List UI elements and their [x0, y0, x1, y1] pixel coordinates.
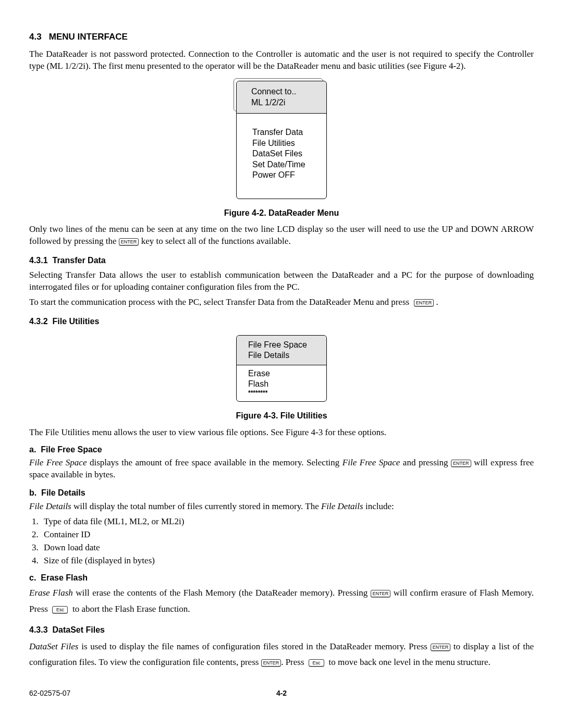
menu-item: Set Date/Time [252, 159, 317, 170]
esc-key-icon: Esc [309, 659, 324, 667]
sub-label: c. [29, 573, 36, 582]
text: . Press [281, 657, 307, 667]
esc-key-icon: Esc [52, 606, 68, 613]
menu2-header-line2: File Details [248, 350, 319, 361]
figure-4-2: Connect to.. ML 1/2/2i Transfer Data Fil… [29, 81, 534, 199]
subsection-title: DataSet Files [52, 625, 104, 634]
enter-key-icon: ENTER [261, 659, 282, 667]
figure-4-3: File Free Space File Details Erase Flash… [29, 335, 534, 402]
footer-right [532, 688, 534, 698]
text-italic: File Free Space [29, 458, 87, 467]
subsection-4-3-3: 4.3.3 DataSet Files [29, 624, 534, 636]
text: key to select all of the functions avail… [139, 236, 290, 246]
menu-item: File Utilities [252, 138, 317, 149]
sub-label: a. [29, 445, 36, 454]
subsection-4-3-1: 4.3.1 Transfer Data [29, 255, 534, 266]
menu2-header: File Free Space File Details [237, 336, 326, 365]
subsection-title: File Utilities [52, 317, 99, 326]
sub-a-para: File Free Space displays the amount of f… [29, 457, 534, 481]
sub-c-para: Erase Flash will erase the contents of t… [29, 585, 534, 617]
enter-key-icon: ENTER [451, 460, 471, 467]
para-menu-scroll: Only two lines of the menu can be seen a… [29, 224, 534, 248]
section-4-3-intro: The DataReader is not password protected… [29, 48, 534, 72]
menu-header-line1: Connect to.. [251, 87, 316, 97]
subsection-num: 4.3.3 [29, 625, 48, 634]
sec431-p2: To start the communication process with … [29, 297, 534, 309]
sec431-p1: Selecting Transfer Data allows the user … [29, 269, 534, 293]
enter-key-icon: ENTER [119, 238, 139, 245]
menu-item: Transfer Data [252, 127, 317, 138]
text: is used to display the file names of con… [78, 641, 430, 651]
text: . [434, 297, 438, 307]
para-after-fig43: The File Utilities menu allows the user … [29, 427, 534, 439]
footer-docnum: 62-02575-07 [29, 688, 70, 698]
menu2-header-line1: File Free Space [248, 340, 319, 350]
text: will display the total number of files c… [71, 501, 321, 511]
page-footer: 62-02575-07 4-2 [29, 688, 534, 698]
menu2-body: Erase Flash ******** [237, 365, 326, 401]
menu-item: Power OFF [252, 170, 317, 180]
footer-pagenum: 4-2 [276, 688, 287, 698]
subsection-num: 4.3.2 [29, 317, 48, 326]
menu2-line: Flash [248, 379, 319, 389]
text: displays the amount of free space availa… [87, 458, 342, 467]
menu-header-line2: ML 1/2/2i [251, 97, 316, 108]
list-item: Size of file (displayed in bytes) [41, 555, 534, 567]
enter-key-icon: ENTER [431, 644, 451, 651]
section-num: 4.3 [29, 32, 42, 42]
sub-b-para: File Details will display the total numb… [29, 501, 534, 513]
subheading-c: c. Erase Flash [29, 572, 534, 584]
text-italic: File Free Space [342, 458, 400, 467]
subsection-title: Transfer Data [52, 256, 105, 265]
menu2-line: Erase [248, 368, 319, 379]
subheading-b: b. File Details [29, 487, 534, 499]
menu-item: DataSet Files [252, 149, 317, 159]
section-heading-4-3: 4.3 MENU INTERFACE [29, 31, 534, 43]
text: to move back one level in the menu struc… [326, 657, 490, 667]
text-italic: DataSet Files [29, 641, 78, 651]
subsection-num: 4.3.1 [29, 256, 48, 265]
section-title: MENU INTERFACE [49, 32, 128, 42]
list-item: Container ID [41, 529, 534, 541]
figure-4-3-caption: Figure 4-3. File Utilities [29, 410, 534, 422]
menu-header: Connect to.. ML 1/2/2i [237, 81, 326, 114]
list-item: Type of data file (ML1, ML2, or ML2i) [41, 516, 534, 528]
enter-key-icon: ENTER [371, 590, 391, 597]
menu-body: Transfer Data File Utilities DataSet Fil… [237, 114, 326, 198]
sub-title: File Details [41, 488, 85, 497]
menu2-line: ******** [248, 389, 319, 397]
file-details-list: Type of data file (ML1, ML2, or ML2i) Co… [29, 516, 534, 567]
text: and pressing [400, 458, 451, 467]
sub-title: Erase Flash [41, 573, 88, 582]
subheading-a: a. File Free Space [29, 444, 534, 455]
text-italic: File Details [321, 501, 363, 511]
file-utilities-menu-box: File Free Space File Details Erase Flash… [236, 335, 327, 402]
enter-key-icon: ENTER [414, 299, 434, 306]
sub-title: File Free Space [41, 445, 102, 454]
subsection-4-3-2: 4.3.2 File Utilities [29, 316, 534, 327]
text: include: [363, 501, 394, 511]
text: To start the communication process with … [29, 297, 411, 307]
text-italic: Erase Flash [29, 588, 73, 598]
text-italic: File Details [29, 501, 71, 511]
sub-label: b. [29, 488, 36, 497]
datareader-menu-box: Connect to.. ML 1/2/2i Transfer Data Fil… [236, 81, 327, 199]
figure-4-2-caption: Figure 4-2. DataReader Menu [29, 207, 534, 219]
list-item: Down load date [41, 542, 534, 554]
text: will erase the contents of the Flash Mem… [73, 588, 371, 598]
text: to abort the Flash Erase function. [70, 604, 190, 614]
sec433-para: DataSet Files is used to display the fil… [29, 639, 534, 671]
